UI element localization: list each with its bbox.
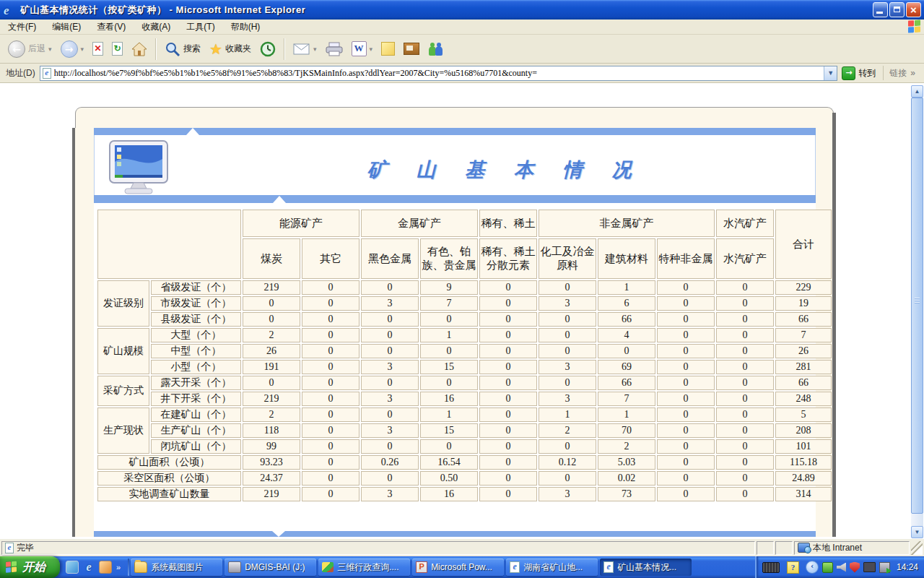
links-bar[interactable]: 链接 » bbox=[883, 66, 921, 80]
messenger-button[interactable] bbox=[424, 41, 448, 57]
outlook-icon[interactable] bbox=[99, 561, 112, 574]
volume-icon[interactable] bbox=[837, 563, 846, 572]
favorites-button[interactable]: ★ 收藏夹 bbox=[206, 39, 255, 59]
data-cell: 0.02 bbox=[598, 471, 655, 486]
start-button[interactable]: 开始 bbox=[0, 556, 60, 578]
data-cell: 2 bbox=[539, 423, 596, 438]
go-button[interactable]: → 转到 bbox=[837, 65, 880, 82]
column-header: 化工及冶金原料 bbox=[539, 238, 596, 279]
data-cell: 0 bbox=[657, 423, 715, 438]
row-group-label: 发证级别 bbox=[97, 280, 149, 327]
computer-monitor-icon bbox=[108, 140, 174, 195]
back-button[interactable]: ← 后退 ▾ bbox=[4, 39, 56, 59]
data-cell: 0 bbox=[716, 360, 774, 374]
quick-launch-more-icon[interactable]: » bbox=[116, 563, 121, 571]
data-cell: 0 bbox=[302, 344, 359, 358]
menu-item[interactable]: 查看(V) bbox=[89, 21, 134, 33]
tray-collapse-icon[interactable]: ‹ bbox=[806, 561, 819, 574]
stop-button[interactable]: ✕ bbox=[89, 40, 107, 57]
print-icon bbox=[326, 42, 343, 56]
forward-button[interactable]: → ▾ bbox=[57, 39, 88, 59]
taskbar-task[interactable]: DMGIS-BAI (J:) bbox=[225, 558, 316, 576]
address-input[interactable]: http://localhost/%e7%9f%bf%e5%b1%b1%e5%8… bbox=[40, 66, 838, 81]
drive-icon bbox=[228, 561, 241, 573]
edit-word-button[interactable]: W ▾ bbox=[348, 40, 377, 58]
menu-item[interactable]: 收藏(A) bbox=[134, 21, 178, 33]
edit-dropdown-icon[interactable]: ▾ bbox=[370, 46, 373, 53]
notes-button[interactable] bbox=[378, 40, 398, 57]
data-cell: 66 bbox=[598, 376, 655, 390]
data-cell: 0 bbox=[420, 344, 478, 358]
messenger-icon bbox=[428, 43, 444, 56]
show-desktop-icon[interactable] bbox=[66, 561, 79, 574]
internet-explorer-icon[interactable]: e bbox=[83, 561, 95, 573]
data-cell: 0 bbox=[657, 328, 715, 342]
network-monitor-icon[interactable] bbox=[863, 562, 876, 572]
ie-logo-icon: e bbox=[4, 4, 17, 17]
menu-item[interactable]: 编辑(E) bbox=[44, 21, 89, 33]
security-zone-section: 本地 Intranet bbox=[794, 541, 910, 555]
data-cell: 1 bbox=[539, 407, 596, 422]
data-cell: 0 bbox=[716, 328, 774, 342]
decor-bar-bottom bbox=[94, 531, 816, 537]
help-badge-icon[interactable]: ? bbox=[787, 561, 799, 574]
window-title: 矿山基本情况统计（按矿类矿种） - Microsoft Internet Exp… bbox=[20, 4, 305, 17]
scroll-up-button[interactable]: ▲ bbox=[911, 85, 923, 98]
row-label: 闭坑矿山（个） bbox=[151, 439, 241, 454]
data-cell: 0 bbox=[302, 392, 359, 406]
taskbar-task[interactable]: PMicrosoft Pow... bbox=[412, 558, 504, 576]
data-cell: 0 bbox=[302, 487, 359, 501]
security-shield-icon[interactable] bbox=[850, 562, 860, 573]
data-cell: 0 bbox=[657, 360, 715, 374]
taskbar-task[interactable]: e矿山基本情况... bbox=[600, 558, 692, 576]
menu-item[interactable]: 帮助(H) bbox=[223, 21, 269, 33]
taskbar-task[interactable]: 三维行政查询.... bbox=[318, 558, 410, 576]
scroll-down-button[interactable]: ▼ bbox=[911, 526, 923, 538]
restore-button[interactable] bbox=[889, 2, 905, 17]
browser-viewport: 矿 山 基 本 情 况 能源矿产金属矿产稀有、稀土非金属矿产水汽矿产合计煤炭其它… bbox=[0, 85, 924, 538]
tray-update-icon[interactable] bbox=[822, 562, 833, 573]
mail-dropdown-icon[interactable]: ▾ bbox=[313, 46, 317, 53]
taskbar-task[interactable]: 系统截图图片 bbox=[131, 558, 222, 576]
data-cell: 219 bbox=[243, 280, 300, 295]
resize-grip[interactable] bbox=[911, 541, 923, 555]
data-cell: 7 bbox=[420, 296, 478, 311]
column-header: 建筑材料 bbox=[598, 238, 655, 279]
minimize-button[interactable] bbox=[873, 2, 888, 17]
address-url[interactable]: http://localhost/%e7%9f%bf%e5%b1%b1%e5%8… bbox=[54, 68, 824, 79]
server-status-icon[interactable] bbox=[879, 562, 890, 573]
print-button[interactable] bbox=[322, 40, 346, 58]
address-dropdown-icon[interactable]: ▼ bbox=[824, 66, 837, 80]
mail-button[interactable]: ▾ bbox=[289, 42, 321, 56]
menu-item[interactable]: 文件(F) bbox=[0, 21, 44, 33]
menubar-items: 文件(F)编辑(E)查看(V)收藏(A)工具(T)帮助(H) bbox=[0, 21, 268, 33]
data-cell: 16 bbox=[420, 392, 478, 406]
search-button[interactable]: 搜索 bbox=[161, 40, 204, 59]
taskbar-clock: 14:24 bbox=[897, 562, 918, 572]
back-dropdown-icon[interactable]: ▾ bbox=[48, 46, 52, 53]
data-cell: 0 bbox=[302, 455, 359, 470]
taskbar-task[interactable]: e湖南省矿山地... bbox=[506, 558, 598, 576]
menu-item[interactable]: 工具(T) bbox=[178, 21, 222, 33]
notes-icon bbox=[381, 42, 395, 56]
keyboard-icon[interactable] bbox=[762, 562, 780, 573]
data-cell: 0 bbox=[716, 392, 774, 406]
bar-notch bbox=[273, 196, 286, 203]
data-cell: 4 bbox=[598, 328, 655, 342]
data-cell: 0 bbox=[479, 344, 537, 358]
data-cell: 0 bbox=[539, 376, 596, 390]
refresh-button[interactable]: ↻ bbox=[108, 40, 126, 57]
close-button[interactable]: × bbox=[906, 2, 921, 17]
addressbar: 地址(D) http://localhost/%e7%9f%bf%e5%b1%b… bbox=[0, 64, 924, 83]
data-cell: 26 bbox=[243, 344, 300, 358]
research-button[interactable] bbox=[400, 41, 423, 56]
history-button[interactable] bbox=[256, 40, 279, 59]
forward-dropdown-icon[interactable]: ▾ bbox=[81, 46, 84, 53]
links-more-icon[interactable]: » bbox=[910, 68, 915, 78]
home-button[interactable] bbox=[128, 40, 151, 58]
scrollbar-thumb[interactable] bbox=[911, 98, 923, 514]
bar-notch bbox=[272, 531, 285, 537]
column-header: 黑色金属 bbox=[361, 238, 419, 279]
data-cell: 0.50 bbox=[420, 471, 478, 486]
vertical-scrollbar[interactable]: ▲ ▼ bbox=[911, 85, 923, 538]
